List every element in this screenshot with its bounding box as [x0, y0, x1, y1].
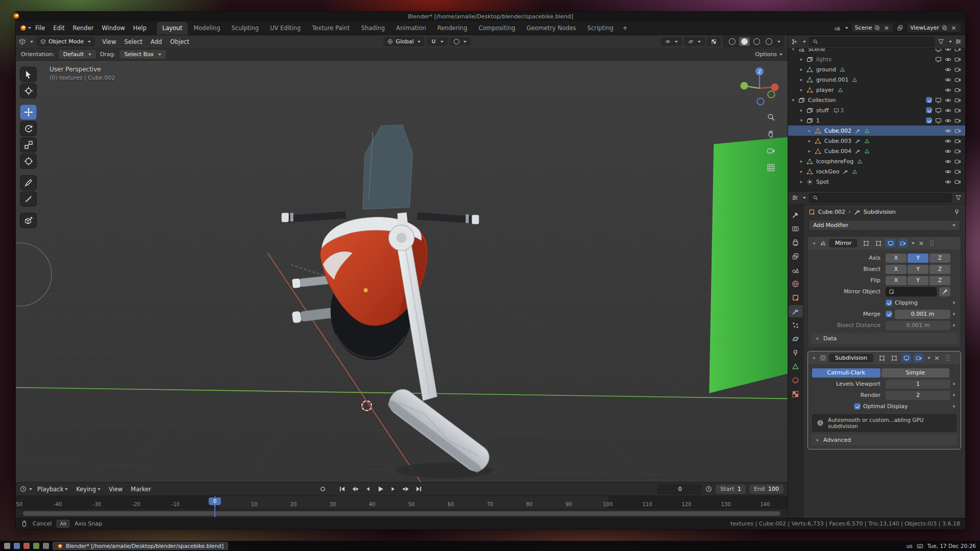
menu-file[interactable]: File: [31, 23, 49, 33]
simple-button[interactable]: Simple: [881, 368, 950, 378]
monitor-toggle[interactable]: [935, 117, 942, 124]
bisect-distance-field[interactable]: 0.001 m: [886, 321, 950, 330]
zoom-icon[interactable]: [767, 113, 775, 121]
eye-toggle[interactable]: [945, 128, 951, 134]
camera-toggle[interactable]: [954, 48, 961, 53]
tab-object-data[interactable]: [789, 360, 803, 372]
expand-arrow-icon[interactable]: ▸: [798, 67, 804, 72]
camera-toggle[interactable]: [954, 128, 961, 134]
tool-transform[interactable]: [20, 154, 37, 169]
tab-scene[interactable]: [789, 264, 803, 276]
flip-y-button[interactable]: Y: [908, 276, 928, 285]
menu-select[interactable]: Select: [120, 37, 146, 47]
show-on-cage-toggle[interactable]: [877, 354, 887, 362]
current-frame-field[interactable]: 0: [658, 485, 702, 494]
viewport-3d[interactable]: User Perspective (0) textures | Cube.002: [16, 61, 788, 482]
eye-toggle[interactable]: [945, 48, 951, 53]
workspace-tab-modeling[interactable]: Modeling: [188, 22, 226, 35]
keyboard-layout-indicator[interactable]: us: [906, 543, 913, 549]
expand-arrow-icon[interactable]: ▸: [806, 128, 813, 133]
scene-browse-caret-icon[interactable]: [845, 27, 848, 29]
pin-id-icon[interactable]: [953, 209, 960, 215]
expand-arrow-icon[interactable]: ▸: [806, 138, 813, 143]
show-on-cage-toggle[interactable]: [861, 239, 871, 247]
merge-threshold-field[interactable]: 0.001 m: [895, 310, 950, 319]
workspace-tab-compositing[interactable]: Compositing: [473, 22, 521, 35]
outliner-row-icospherefog[interactable]: ▸IcosphereFog: [788, 156, 965, 166]
camera-view-icon[interactable]: [767, 146, 775, 155]
play-button[interactable]: [375, 485, 386, 494]
tab-material[interactable]: [789, 374, 803, 386]
tab-object[interactable]: [789, 291, 803, 304]
taskbar-app-icon[interactable]: [14, 543, 20, 549]
scene-selector[interactable]: Scene ×: [851, 23, 894, 33]
taskbar-window-button[interactable]: Blender* [/home/amalie/Desktop/blender/s…: [53, 542, 228, 550]
eye-toggle[interactable]: [945, 158, 951, 165]
data-expand-icon[interactable]: ▸: [815, 336, 821, 341]
workspace-tab-animation[interactable]: Animation: [390, 22, 432, 35]
eye-toggle[interactable]: [945, 117, 951, 124]
monitor-toggle[interactable]: [935, 97, 942, 104]
outliner-row-scene[interactable]: ▾Scene: [788, 48, 965, 54]
modifier-extras-caret-icon[interactable]: [912, 242, 915, 244]
drag-setting-dropdown[interactable]: Select Box: [119, 50, 166, 59]
menu-marker[interactable]: Marker: [127, 484, 155, 494]
show-in-editmode-toggle[interactable]: [889, 354, 899, 362]
tool-cursor[interactable]: [20, 83, 37, 98]
timeline-scrollbar[interactable]: [23, 511, 780, 516]
breadcrumb-modifier[interactable]: Subdivision: [864, 209, 896, 215]
eyedropper-button[interactable]: [939, 287, 950, 296]
gizmo-y-axis[interactable]: [741, 82, 748, 90]
use-preview-range-icon[interactable]: [705, 486, 712, 492]
eye-toggle[interactable]: [945, 87, 951, 93]
timeline-ruler[interactable]: 0 -50-40-30-20-1001020304050607080901001…: [16, 496, 788, 509]
expand-arrow-icon[interactable]: ▸: [798, 169, 804, 174]
workspace-tab-layout[interactable]: Layout: [157, 22, 188, 35]
editor-type-icon[interactable]: [19, 38, 26, 45]
check-toggle[interactable]: [926, 117, 932, 123]
expand-arrow-icon[interactable]: ▾: [790, 97, 796, 103]
outliner-row-player[interactable]: ▸player: [788, 85, 965, 95]
outliner-search-input[interactable]: [821, 38, 931, 45]
menu-keying[interactable]: Keying: [72, 484, 105, 494]
axis-y-button[interactable]: Y: [908, 254, 928, 263]
outliner-row-rockgeo[interactable]: ▸rockGeo: [788, 166, 965, 177]
shading-wireframe-button[interactable]: [727, 37, 738, 46]
menu-object[interactable]: Object: [166, 37, 193, 47]
optimal-display-checkbox[interactable]: [854, 403, 861, 410]
levels-viewport-field[interactable]: 1: [886, 380, 950, 389]
tool-measure[interactable]: [20, 191, 37, 207]
drag-handle-icon[interactable]: [929, 240, 934, 246]
taskbar-clock[interactable]: Tue, 17 Dec 20:26: [927, 543, 976, 549]
outliner-row-ground[interactable]: ▸ground: [788, 64, 965, 74]
tool-scale[interactable]: [20, 137, 37, 153]
timeline-editor-icon[interactable]: [20, 486, 27, 492]
snapping-toggle[interactable]: [427, 37, 448, 46]
show-overlays-toggle[interactable]: [684, 37, 705, 46]
tab-constraints[interactable]: [789, 346, 803, 359]
expand-arrow-icon[interactable]: ▾: [790, 48, 796, 52]
orientation-dropdown[interactable]: Global: [383, 37, 425, 46]
monitor-toggle[interactable]: [935, 56, 942, 63]
browse-scene-icon[interactable]: [834, 24, 841, 31]
expand-arrow-icon[interactable]: ▸: [798, 108, 804, 113]
clipping-checkbox[interactable]: [886, 299, 892, 306]
tab-render[interactable]: [789, 222, 803, 235]
expand-arrow-icon[interactable]: ▸: [798, 87, 804, 92]
tab-world[interactable]: [789, 278, 803, 290]
camera-toggle[interactable]: [954, 97, 961, 104]
eye-toggle[interactable]: [945, 77, 951, 83]
expand-arrow-icon[interactable]: ▸: [806, 148, 813, 154]
new-scene-icon[interactable]: [874, 25, 880, 31]
menu-help[interactable]: Help: [129, 23, 151, 33]
camera-toggle[interactable]: [954, 179, 961, 185]
breadcrumb-object[interactable]: Cube.002: [818, 209, 845, 215]
catmull-clark-button[interactable]: Catmull-Clark: [812, 368, 880, 378]
camera-toggle[interactable]: [954, 158, 961, 165]
mirror-panel-header[interactable]: ▾ Mirror ×: [808, 237, 961, 249]
eye-toggle[interactable]: [945, 138, 951, 144]
end-frame-field[interactable]: End 100: [749, 485, 783, 494]
taskbar-app-icon[interactable]: [43, 543, 49, 549]
workspace-tab-geometry-nodes[interactable]: Geometry Nodes: [521, 22, 582, 35]
tab-particles[interactable]: [789, 319, 803, 331]
